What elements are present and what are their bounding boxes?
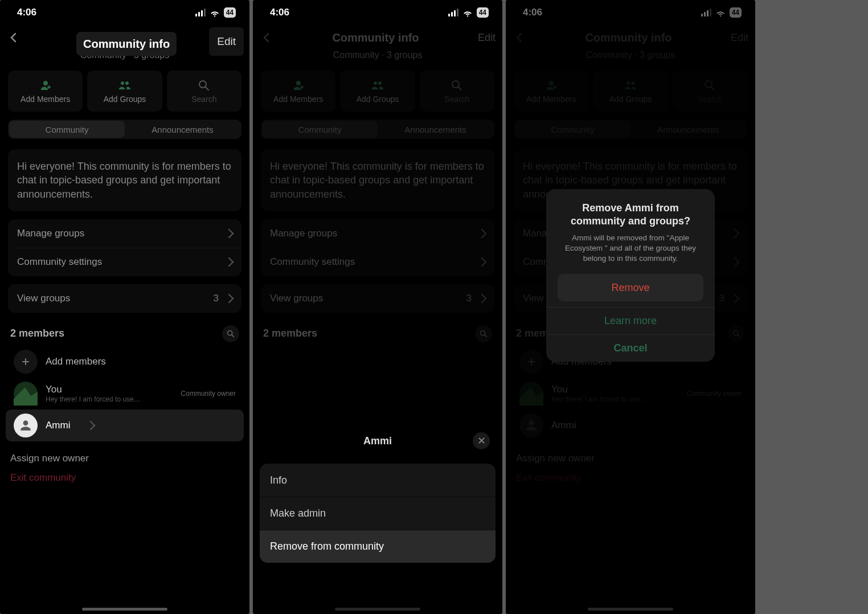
members-search-button[interactable] bbox=[222, 325, 239, 342]
manage-groups-row[interactable]: Manage groups bbox=[8, 219, 241, 248]
add-groups-label: Add Groups bbox=[104, 95, 146, 104]
edit-button-highlight[interactable]: Edit bbox=[209, 27, 244, 56]
page-title-highlight: Community info bbox=[76, 32, 177, 56]
add-groups-icon bbox=[118, 79, 132, 92]
view-groups-row[interactable]: View groups 3 bbox=[8, 284, 241, 313]
cellular-icon bbox=[195, 9, 206, 17]
screen-2: 4:06 44 Community info Edit Community · … bbox=[253, 0, 502, 614]
add-groups-button[interactable]: Add Groups bbox=[87, 71, 162, 112]
search-icon bbox=[197, 79, 211, 92]
member-name: You bbox=[46, 384, 173, 395]
status-bar: 4:06 44 bbox=[0, 0, 249, 25]
manage-groups-label: Manage groups bbox=[17, 228, 84, 239]
alert-remove-button[interactable]: Remove bbox=[558, 274, 703, 301]
sheet-make-admin-button[interactable]: Make admin bbox=[260, 497, 496, 530]
status-time: 4:06 bbox=[17, 7, 36, 18]
member-you-row[interactable]: You Hey there! I am forced to use… Commu… bbox=[6, 378, 244, 410]
confirm-alert: Remove Ammi from community and groups? A… bbox=[546, 189, 715, 362]
add-members-button[interactable]: Add Members bbox=[8, 71, 83, 112]
exit-community-button[interactable]: Exit community bbox=[10, 472, 239, 484]
community-settings-row[interactable]: Community settings bbox=[8, 248, 241, 276]
search-button[interactable]: Search bbox=[167, 71, 241, 112]
tab-community[interactable]: Community bbox=[9, 121, 125, 138]
alert-message: Ammi will be removed from "Apple Ecosyst… bbox=[546, 231, 715, 275]
member-role: Community owner bbox=[181, 390, 236, 398]
chevron-right-icon bbox=[224, 257, 234, 267]
community-settings-label: Community settings bbox=[17, 256, 102, 268]
add-members-row[interactable]: + Add members bbox=[6, 346, 244, 378]
chevron-right-icon bbox=[224, 228, 234, 238]
avatar bbox=[14, 382, 38, 406]
svg-point-1 bbox=[228, 331, 232, 335]
search-label: Search bbox=[191, 95, 216, 104]
add-members-label: Add members bbox=[46, 356, 106, 367]
community-description: Hi everyone! This community is for membe… bbox=[8, 149, 241, 211]
chevron-right-icon bbox=[224, 293, 234, 303]
search-icon bbox=[226, 329, 235, 338]
member-name: Ammi bbox=[46, 420, 70, 431]
add-member-icon bbox=[39, 79, 52, 92]
action-sheet: Info Make admin Remove from community bbox=[260, 464, 496, 563]
members-header: 2 members bbox=[10, 328, 64, 339]
add-members-label: Add Members bbox=[21, 95, 70, 104]
home-indicator[interactable] bbox=[335, 608, 420, 611]
view-groups-count: 3 bbox=[214, 293, 219, 304]
avatar bbox=[14, 414, 38, 437]
screen-1: 4:06 44 Community info Edit Community in… bbox=[0, 0, 249, 614]
plus-icon: + bbox=[14, 350, 38, 374]
segment-control: Community Announcements bbox=[8, 120, 241, 139]
assign-owner-button[interactable]: Assign new owner bbox=[10, 453, 239, 464]
sheet-title: Ammi bbox=[363, 435, 392, 447]
sheet-header: Ammi ✕ bbox=[253, 429, 502, 452]
svg-point-0 bbox=[199, 81, 206, 88]
wifi-icon bbox=[210, 7, 220, 18]
screen-3: 4:06 44 Community info Edit Community · … bbox=[506, 0, 755, 614]
home-indicator[interactable] bbox=[82, 608, 167, 611]
sheet-close-button[interactable]: ✕ bbox=[473, 432, 490, 449]
chevron-right-icon bbox=[86, 420, 96, 430]
battery-indicator: 44 bbox=[224, 7, 236, 18]
back-icon[interactable] bbox=[7, 31, 21, 44]
home-indicator[interactable] bbox=[588, 608, 673, 611]
alert-title: Remove Ammi from community and groups? bbox=[546, 189, 715, 231]
member-ammi-row[interactable]: Ammi bbox=[6, 410, 244, 441]
view-groups-label: View groups bbox=[17, 293, 70, 304]
tab-announcements[interactable]: Announcements bbox=[125, 121, 240, 138]
sheet-info-button[interactable]: Info bbox=[260, 464, 496, 497]
sheet-remove-button[interactable]: Remove from community bbox=[260, 530, 496, 563]
alert-learn-more-button[interactable]: Learn more bbox=[546, 307, 715, 334]
alert-cancel-button[interactable]: Cancel bbox=[546, 334, 715, 362]
member-status: Hey there! I am forced to use… bbox=[46, 395, 173, 403]
